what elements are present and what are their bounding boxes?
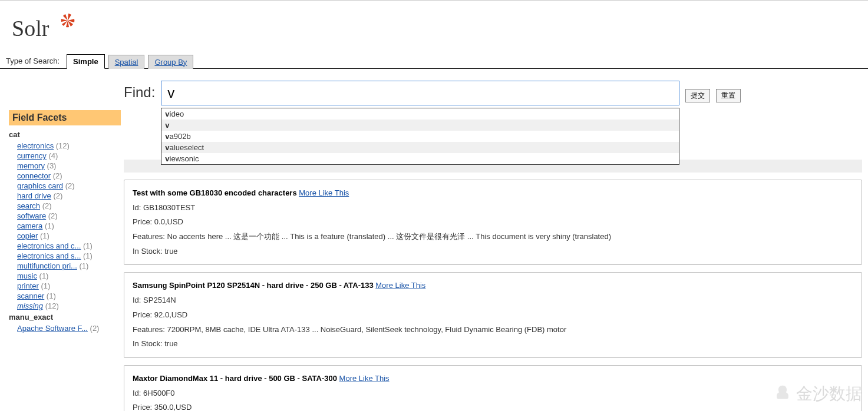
tab-spatial[interactable]: Spatial [108, 55, 145, 69]
result-title: Maxtor DiamondMax 11 - hard drive - 500 … [133, 374, 339, 383]
facet-item: scanner (1) [17, 291, 121, 300]
facet-count: (1) [38, 231, 49, 240]
facet-link[interactable]: missing [17, 301, 43, 310]
facet-count: (12) [43, 301, 59, 310]
facet-link[interactable]: connector [17, 171, 51, 180]
facet-link[interactable]: memory [17, 161, 45, 170]
facet-item: multifunction pri... (1) [17, 261, 121, 270]
facet-link[interactable]: multifunction pri... [17, 261, 77, 270]
more-like-this-link[interactable]: More Like This [339, 374, 390, 383]
facet-item: hard drive (2) [17, 191, 121, 200]
facet-link[interactable]: electronics and s... [17, 251, 81, 260]
result-line: In Stock: true [133, 244, 853, 259]
facet-item: electronics and s... (1) [17, 251, 121, 260]
facet-link[interactable]: search [17, 201, 40, 210]
facet-count: (1) [42, 221, 54, 230]
facet-item: camera (1) [17, 221, 121, 230]
facet-count: (3) [45, 161, 57, 170]
facet-group-title: manu_exact [9, 313, 121, 321]
facet-item: memory (3) [17, 161, 121, 170]
svg-text:Solr: Solr [12, 16, 49, 41]
facet-item: electronics (12) [17, 141, 121, 150]
tab-groupby[interactable]: Group By [148, 55, 193, 69]
result-title: Test with some GB18030 encoded character… [133, 188, 299, 197]
result-line: Price: 92.0,USD [133, 308, 853, 323]
autocomplete-item[interactable]: va902b [161, 131, 679, 142]
facet-link[interactable]: graphics card [17, 181, 63, 190]
facet-item: software (2) [17, 211, 121, 220]
facet-item: printer (1) [17, 281, 121, 290]
reset-button[interactable]: 重置 [716, 89, 741, 102]
result-line: Price: 350.0,USD [133, 400, 853, 411]
autocomplete-item[interactable]: v [161, 120, 679, 131]
facet-link[interactable]: printer [17, 281, 39, 290]
facet-count: (1) [39, 281, 51, 290]
facet-link[interactable]: hard drive [17, 191, 51, 200]
facet-link[interactable]: electronics and c... [17, 241, 81, 250]
facet-count: (1) [77, 261, 89, 270]
facet-count: (1) [81, 241, 93, 250]
result-line: In Stock: true [133, 337, 853, 352]
facet-item: electronics and c... (1) [17, 241, 121, 250]
facet-count: (4) [47, 151, 58, 160]
facet-count: (1) [44, 291, 56, 300]
result-title: Samsung SpinPoint P120 SP2514N - hard dr… [133, 281, 375, 290]
autocomplete-item[interactable]: valueselect [161, 142, 679, 153]
facet-link[interactable]: currency [17, 151, 47, 160]
facet-item: Apache Software F... (2) [17, 324, 121, 333]
tabs-label: Type of Search: [6, 57, 60, 65]
facet-item: search (2) [17, 201, 121, 210]
facet-group-title: cat [9, 130, 121, 139]
facet-link[interactable]: camera [17, 221, 42, 230]
facet-count: (2) [63, 181, 75, 190]
facet-item: copier (1) [17, 231, 121, 240]
facet-item: music (1) [17, 271, 121, 280]
result-line: Price: 0.0,USD [133, 215, 853, 230]
search-input[interactable] [161, 81, 679, 105]
facet-link[interactable]: scanner [17, 291, 44, 300]
tab-simple[interactable]: Simple [67, 54, 105, 69]
autocomplete-item[interactable]: video [161, 108, 679, 120]
result-item: Samsung SpinPoint P120 SP2514N - hard dr… [124, 272, 862, 357]
watermark: 金沙数据 [773, 383, 862, 405]
facet-item: missing (12) [17, 301, 121, 310]
submit-button[interactable]: 提交 [685, 89, 710, 102]
facet-link[interactable]: software [17, 211, 46, 220]
content: Find: videovva902bvalueselectviewsonic 提… [124, 69, 868, 411]
facet-item: connector (2) [17, 171, 121, 180]
facet-link[interactable]: copier [17, 231, 38, 240]
facet-count: (2) [51, 171, 62, 180]
search-type-tabs: Type of Search: Simple Spatial Group By [0, 54, 868, 69]
result-line: Features: 7200RPM, 8MB cache, IDE Ultra … [133, 323, 853, 337]
autocomplete-dropdown: videovva902bvalueselectviewsonic [161, 108, 679, 165]
facet-count: (12) [54, 141, 70, 150]
result-item: Test with some GB18030 encoded character… [124, 180, 862, 265]
facet-header: Field Facets [9, 110, 121, 125]
facet-link[interactable]: music [17, 271, 37, 280]
logo: Solr [0, 1, 868, 54]
facet-count: (2) [40, 201, 52, 210]
facet-link[interactable]: Apache Software F... [17, 324, 88, 333]
facet-count: (1) [81, 251, 93, 260]
result-line: Features: No accents here ... 这是一个功能 ...… [133, 230, 853, 244]
more-like-this-link[interactable]: More Like This [375, 281, 425, 290]
facet-item: currency (4) [17, 151, 121, 160]
result-line: Id: SP2514N [133, 293, 853, 308]
autocomplete-item[interactable]: viewsonic [161, 153, 679, 164]
find-label: Find: [124, 81, 155, 101]
facet-link[interactable]: electronics [17, 141, 54, 150]
facet-item: graphics card (2) [17, 181, 121, 190]
facet-count: (2) [51, 191, 63, 200]
result-line: Id: GB18030TEST [133, 201, 853, 216]
result-line: Id: 6H500F0 [133, 386, 853, 401]
facet-count: (2) [88, 324, 100, 333]
sidebar: Field Facets catelectronics (12)currency… [0, 69, 124, 411]
facet-count: (2) [46, 211, 58, 220]
more-like-this-link[interactable]: More Like This [299, 188, 349, 197]
result-item: Maxtor DiamondMax 11 - hard drive - 500 … [124, 365, 862, 411]
facet-count: (1) [37, 271, 49, 280]
